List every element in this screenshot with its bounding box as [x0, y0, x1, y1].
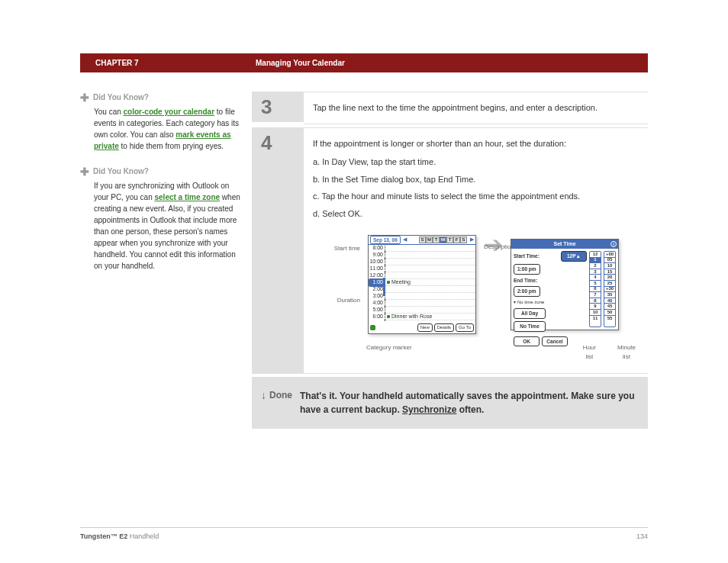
cancel-button[interactable]: Cancel: [542, 336, 568, 347]
goto-button[interactable]: Go To: [456, 323, 474, 332]
step-4-number: 4: [252, 127, 304, 375]
details-button[interactable]: Details: [434, 323, 454, 332]
callout-description: Description: [484, 243, 514, 252]
step-4-intro: If the appointment is longer or shorter …: [313, 137, 639, 150]
link-synchronize[interactable]: Synchronize: [402, 404, 456, 415]
no-time-button[interactable]: No Time: [514, 321, 546, 332]
step-3-text: Tap the line next to the time the appoin…: [313, 103, 598, 112]
next-arrow-icon[interactable]: ▶: [470, 236, 474, 244]
tip-heading: Did You Know?: [93, 92, 149, 103]
event-meeting[interactable]: Meeting: [391, 278, 411, 287]
chapter-number: CHAPTER 7: [95, 59, 256, 67]
step-3-number: 3: [252, 92, 304, 122]
start-time-label: Start Time:: [514, 253, 540, 260]
plus-icon: ✚: [80, 166, 89, 177]
tip-1: ✚ Did You Know? You can color-code your …: [80, 92, 240, 152]
duration-bar: [383, 278, 385, 296]
all-day-button[interactable]: All Day: [514, 308, 546, 319]
main-content: 3 Tap the line next to the time the appo…: [252, 92, 648, 429]
callout-start-time: Start time: [334, 244, 360, 253]
footer-product: Tungsten™ E2: [80, 532, 127, 540]
step-4b: b. In the Set Time dialog box, tap End T…: [313, 173, 639, 186]
set-time-dialog: Set Time i Start Time: 12P▲ 1:00 pm: [511, 239, 619, 330]
set-time-title: Set Time: [553, 240, 575, 249]
minute-list[interactable]: +00 05 10 15 20 25 +30 35 40 45: [604, 251, 616, 327]
plus-icon: ✚: [80, 92, 89, 103]
link-color-code[interactable]: color-code your calendar: [124, 108, 214, 116]
timezone-selector[interactable]: ▾No time zone: [514, 299, 587, 306]
step-4c: c. Tap the hour and minute lists to sele…: [313, 190, 639, 203]
step-3: 3 Tap the line next to the time the appo…: [252, 92, 648, 124]
prev-arrow-icon[interactable]: ◀: [403, 236, 407, 244]
event-dinner[interactable]: Dinner with Rose: [391, 313, 432, 321]
figure-area: Start time Duration Sep 13, 06 ◀ S M: [313, 227, 639, 342]
chapter-title: Managing Your Calendar: [256, 59, 345, 67]
step-4d: d. Select OK.: [313, 208, 639, 220]
time-box-1[interactable]: 1:00 pm: [514, 264, 540, 275]
info-icon[interactable]: i: [610, 241, 617, 247]
end-time-label: End Time:: [514, 277, 537, 285]
link-timezone[interactable]: select a time zone: [154, 193, 220, 201]
tip-2: ✚ Did You Know? If you are synchronizing…: [80, 166, 240, 272]
page-number: 134: [636, 532, 648, 540]
callout-category-marker: Category marker: [366, 343, 412, 362]
page-footer: Tungsten™ E2 Handheld 134: [80, 527, 648, 540]
day-view-date[interactable]: Sep 13, 06: [370, 236, 401, 245]
start-time-value[interactable]: 12P▲: [561, 251, 587, 262]
chapter-header: CHAPTER 7 Managing Your Calendar: [80, 53, 648, 72]
new-button[interactable]: New: [417, 323, 433, 332]
done-label: Done: [269, 390, 292, 401]
step-4a: a. In Day View, tap the start time.: [313, 156, 639, 169]
day-view-screenshot: Sep 13, 06 ◀ S M T W T F S: [368, 235, 476, 334]
callout-duration: Duration: [337, 296, 360, 305]
category-marker-icon: [370, 325, 375, 330]
done-row: ↓ Done That's it. Your handheld automati…: [252, 377, 648, 429]
day-selector[interactable]: S M T W T F S: [419, 236, 467, 243]
tip-heading: Did You Know?: [93, 166, 149, 177]
done-arrow-icon: ↓: [261, 389, 266, 401]
hour-list[interactable]: 12 1 2 3 4 5 6 7 8 9: [589, 251, 601, 327]
step-4: 4 If the appointment is longer or shorte…: [252, 127, 648, 375]
sidebar: ✚ Did You Know? You can color-code your …: [80, 92, 240, 429]
ok-button[interactable]: OK: [514, 336, 540, 347]
callout-minute-list: Minute list: [617, 343, 636, 362]
time-box-2[interactable]: 2:00 pm: [514, 286, 540, 297]
